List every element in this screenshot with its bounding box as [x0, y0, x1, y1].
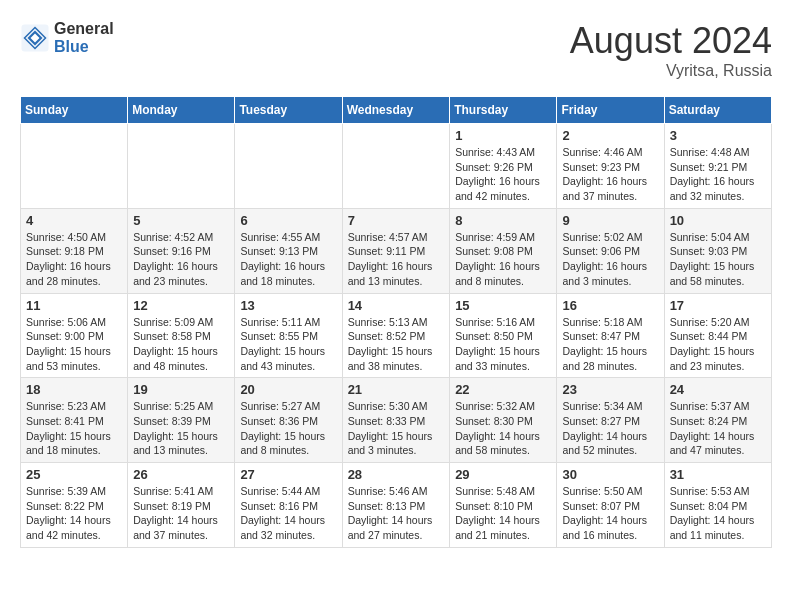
calendar-cell: 8Sunrise: 4:59 AM Sunset: 9:08 PM Daylig…	[450, 208, 557, 293]
calendar-cell	[128, 124, 235, 209]
day-number: 19	[133, 382, 229, 397]
day-number: 25	[26, 467, 122, 482]
calendar-cell: 14Sunrise: 5:13 AM Sunset: 8:52 PM Dayli…	[342, 293, 450, 378]
day-number: 9	[562, 213, 658, 228]
column-headers: SundayMondayTuesdayWednesdayThursdayFrid…	[21, 97, 772, 124]
calendar-cell: 2Sunrise: 4:46 AM Sunset: 9:23 PM Daylig…	[557, 124, 664, 209]
col-header-wednesday: Wednesday	[342, 97, 450, 124]
day-info: Sunrise: 5:37 AM Sunset: 8:24 PM Dayligh…	[670, 399, 766, 458]
title-block: August 2024 Vyritsa, Russia	[570, 20, 772, 80]
day-number: 21	[348, 382, 445, 397]
col-header-thursday: Thursday	[450, 97, 557, 124]
calendar-cell: 3Sunrise: 4:48 AM Sunset: 9:21 PM Daylig…	[664, 124, 771, 209]
calendar-cell	[342, 124, 450, 209]
day-info: Sunrise: 4:55 AM Sunset: 9:13 PM Dayligh…	[240, 230, 336, 289]
day-info: Sunrise: 5:18 AM Sunset: 8:47 PM Dayligh…	[562, 315, 658, 374]
col-header-monday: Monday	[128, 97, 235, 124]
calendar-cell: 5Sunrise: 4:52 AM Sunset: 9:16 PM Daylig…	[128, 208, 235, 293]
day-info: Sunrise: 4:50 AM Sunset: 9:18 PM Dayligh…	[26, 230, 122, 289]
day-info: Sunrise: 4:48 AM Sunset: 9:21 PM Dayligh…	[670, 145, 766, 204]
calendar-table: SundayMondayTuesdayWednesdayThursdayFrid…	[20, 96, 772, 548]
logo-blue: Blue	[54, 38, 114, 56]
day-number: 11	[26, 298, 122, 313]
day-number: 10	[670, 213, 766, 228]
day-number: 29	[455, 467, 551, 482]
calendar-cell: 26Sunrise: 5:41 AM Sunset: 8:19 PM Dayli…	[128, 463, 235, 548]
calendar-cell: 6Sunrise: 4:55 AM Sunset: 9:13 PM Daylig…	[235, 208, 342, 293]
day-info: Sunrise: 5:20 AM Sunset: 8:44 PM Dayligh…	[670, 315, 766, 374]
logo-icon	[20, 23, 50, 53]
col-header-tuesday: Tuesday	[235, 97, 342, 124]
day-number: 30	[562, 467, 658, 482]
calendar-cell: 21Sunrise: 5:30 AM Sunset: 8:33 PM Dayli…	[342, 378, 450, 463]
calendar-cell: 18Sunrise: 5:23 AM Sunset: 8:41 PM Dayli…	[21, 378, 128, 463]
day-info: Sunrise: 5:27 AM Sunset: 8:36 PM Dayligh…	[240, 399, 336, 458]
week-row-4: 18Sunrise: 5:23 AM Sunset: 8:41 PM Dayli…	[21, 378, 772, 463]
calendar-cell: 16Sunrise: 5:18 AM Sunset: 8:47 PM Dayli…	[557, 293, 664, 378]
day-info: Sunrise: 5:06 AM Sunset: 9:00 PM Dayligh…	[26, 315, 122, 374]
day-number: 15	[455, 298, 551, 313]
page-header: General Blue August 2024 Vyritsa, Russia	[20, 20, 772, 80]
calendar-cell: 29Sunrise: 5:48 AM Sunset: 8:10 PM Dayli…	[450, 463, 557, 548]
calendar-cell: 19Sunrise: 5:25 AM Sunset: 8:39 PM Dayli…	[128, 378, 235, 463]
day-number: 18	[26, 382, 122, 397]
calendar-cell: 4Sunrise: 4:50 AM Sunset: 9:18 PM Daylig…	[21, 208, 128, 293]
day-number: 12	[133, 298, 229, 313]
day-number: 5	[133, 213, 229, 228]
day-number: 2	[562, 128, 658, 143]
day-info: Sunrise: 5:50 AM Sunset: 8:07 PM Dayligh…	[562, 484, 658, 543]
calendar-cell: 28Sunrise: 5:46 AM Sunset: 8:13 PM Dayli…	[342, 463, 450, 548]
day-number: 14	[348, 298, 445, 313]
week-row-5: 25Sunrise: 5:39 AM Sunset: 8:22 PM Dayli…	[21, 463, 772, 548]
week-row-3: 11Sunrise: 5:06 AM Sunset: 9:00 PM Dayli…	[21, 293, 772, 378]
calendar-cell: 27Sunrise: 5:44 AM Sunset: 8:16 PM Dayli…	[235, 463, 342, 548]
day-info: Sunrise: 5:30 AM Sunset: 8:33 PM Dayligh…	[348, 399, 445, 458]
calendar-cell: 31Sunrise: 5:53 AM Sunset: 8:04 PM Dayli…	[664, 463, 771, 548]
day-number: 16	[562, 298, 658, 313]
day-info: Sunrise: 5:04 AM Sunset: 9:03 PM Dayligh…	[670, 230, 766, 289]
day-info: Sunrise: 4:43 AM Sunset: 9:26 PM Dayligh…	[455, 145, 551, 204]
calendar-cell: 30Sunrise: 5:50 AM Sunset: 8:07 PM Dayli…	[557, 463, 664, 548]
col-header-saturday: Saturday	[664, 97, 771, 124]
calendar-cell: 7Sunrise: 4:57 AM Sunset: 9:11 PM Daylig…	[342, 208, 450, 293]
calendar-cell: 20Sunrise: 5:27 AM Sunset: 8:36 PM Dayli…	[235, 378, 342, 463]
calendar-cell: 22Sunrise: 5:32 AM Sunset: 8:30 PM Dayli…	[450, 378, 557, 463]
day-info: Sunrise: 5:41 AM Sunset: 8:19 PM Dayligh…	[133, 484, 229, 543]
week-row-2: 4Sunrise: 4:50 AM Sunset: 9:18 PM Daylig…	[21, 208, 772, 293]
day-info: Sunrise: 5:25 AM Sunset: 8:39 PM Dayligh…	[133, 399, 229, 458]
day-number: 27	[240, 467, 336, 482]
calendar-cell: 1Sunrise: 4:43 AM Sunset: 9:26 PM Daylig…	[450, 124, 557, 209]
calendar-cell	[235, 124, 342, 209]
day-number: 26	[133, 467, 229, 482]
col-header-sunday: Sunday	[21, 97, 128, 124]
day-info: Sunrise: 5:48 AM Sunset: 8:10 PM Dayligh…	[455, 484, 551, 543]
day-number: 7	[348, 213, 445, 228]
calendar-cell	[21, 124, 128, 209]
day-number: 22	[455, 382, 551, 397]
day-number: 31	[670, 467, 766, 482]
day-info: Sunrise: 5:23 AM Sunset: 8:41 PM Dayligh…	[26, 399, 122, 458]
day-info: Sunrise: 5:39 AM Sunset: 8:22 PM Dayligh…	[26, 484, 122, 543]
location: Vyritsa, Russia	[570, 62, 772, 80]
calendar-cell: 17Sunrise: 5:20 AM Sunset: 8:44 PM Dayli…	[664, 293, 771, 378]
day-number: 24	[670, 382, 766, 397]
day-number: 1	[455, 128, 551, 143]
calendar-cell: 12Sunrise: 5:09 AM Sunset: 8:58 PM Dayli…	[128, 293, 235, 378]
day-info: Sunrise: 5:11 AM Sunset: 8:55 PM Dayligh…	[240, 315, 336, 374]
day-number: 8	[455, 213, 551, 228]
calendar-cell: 10Sunrise: 5:04 AM Sunset: 9:03 PM Dayli…	[664, 208, 771, 293]
day-info: Sunrise: 4:52 AM Sunset: 9:16 PM Dayligh…	[133, 230, 229, 289]
calendar-cell: 11Sunrise: 5:06 AM Sunset: 9:00 PM Dayli…	[21, 293, 128, 378]
month-year: August 2024	[570, 20, 772, 62]
calendar-cell: 23Sunrise: 5:34 AM Sunset: 8:27 PM Dayli…	[557, 378, 664, 463]
calendar-cell: 13Sunrise: 5:11 AM Sunset: 8:55 PM Dayli…	[235, 293, 342, 378]
day-info: Sunrise: 5:16 AM Sunset: 8:50 PM Dayligh…	[455, 315, 551, 374]
day-number: 6	[240, 213, 336, 228]
logo: General Blue	[20, 20, 114, 55]
day-number: 20	[240, 382, 336, 397]
day-number: 17	[670, 298, 766, 313]
day-info: Sunrise: 4:59 AM Sunset: 9:08 PM Dayligh…	[455, 230, 551, 289]
logo-text: General Blue	[54, 20, 114, 55]
day-info: Sunrise: 5:02 AM Sunset: 9:06 PM Dayligh…	[562, 230, 658, 289]
day-number: 4	[26, 213, 122, 228]
